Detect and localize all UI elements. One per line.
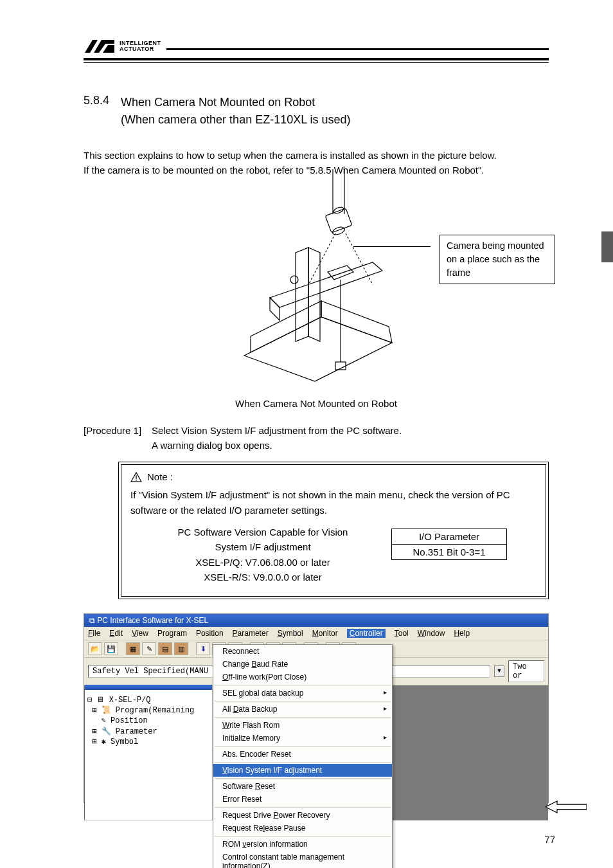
menu-item[interactable]: Symbol [278, 629, 303, 638]
workspace-canvas: ReconnectChange Baud RateOff-line work(P… [213, 685, 548, 820]
tree-item[interactable]: ⊞ ✱ Symbol [87, 737, 209, 747]
pointer-arrow-icon [546, 800, 587, 814]
io-param-header: I/O Parameter [392, 529, 506, 545]
section-heading: 5.8.4 When Camera Not Mounted on Robot (… [84, 94, 549, 129]
menu-item[interactable]: Parameter [233, 629, 269, 638]
context-menu-item[interactable]: Write Flash Rom [213, 719, 392, 732]
tree-item[interactable]: ⊞ 🔧 Parameter [87, 727, 209, 737]
note-left-column: PC Software Version Capable for Vision S… [160, 525, 366, 584]
menu-separator [215, 701, 391, 701]
toolbar-down-blue-icon[interactable]: ⬇ [196, 642, 210, 655]
header-logo-row: INTELLIGENT ACTUATOR [84, 39, 549, 54]
robot-diagram [225, 169, 456, 394]
note-left-l2: XSEL-R/S: V9.0.0.0 or later [160, 570, 366, 584]
svg-point-20 [290, 276, 298, 284]
context-menu-item[interactable]: ROM version information [213, 838, 392, 851]
status-field-right[interactable]: Two or [508, 660, 544, 682]
menu-item[interactable]: View [132, 629, 148, 638]
menu-item[interactable]: Position [196, 629, 224, 638]
menu-item[interactable]: Monitor [312, 629, 338, 638]
svg-marker-14 [308, 248, 320, 341]
menu-item[interactable]: Program [157, 629, 187, 638]
tree-header-bar [85, 685, 212, 690]
tree-item[interactable]: ⊞ 📜 Program(Remaining [87, 705, 209, 716]
svg-marker-9 [251, 301, 321, 352]
context-menu-item[interactable]: Error Reset [213, 793, 392, 806]
menu-item[interactable]: Help [454, 629, 470, 638]
procedure-text: Select Vision System I/F adjustment from… [152, 423, 402, 453]
procedure-label: [Procedure 1] [84, 423, 141, 453]
toolbar-btn[interactable]: ▤ [158, 642, 172, 655]
svg-marker-12 [270, 298, 280, 320]
section-title: When Camera Not Mounted on Robot (When c… [121, 94, 351, 129]
toolbar-btn[interactable]: ▥ [174, 642, 188, 655]
toolbar-edit-icon[interactable]: ✎ [142, 642, 156, 655]
context-menu-item[interactable]: Change Baud Rate [213, 658, 392, 671]
menu-separator [215, 778, 391, 779]
controller-dropdown-menu[interactable]: ReconnectChange Baud RateOff-line work(P… [213, 644, 393, 868]
menu-item[interactable]: Window [418, 629, 445, 638]
procedure-block: [Procedure 1] Select Vision System I/F a… [84, 423, 549, 453]
brand-line2: ACTUATOR [120, 46, 161, 52]
svg-point-23 [136, 479, 137, 480]
note-title-row: Note : [130, 471, 537, 482]
window-title: PC Interface Software for X-SEL [97, 616, 208, 625]
software-screenshot: ⧉ PC Interface Software for X-SEL FileEd… [84, 613, 549, 803]
tree-panel[interactable]: ⊟ 🖥 X-SEL-P/Q ⊞ 📜 Program(Remaining ✎ Po… [84, 685, 213, 820]
context-menu-item[interactable]: Reconnect [213, 645, 392, 658]
tree-root[interactable]: ⊟ 🖥 X-SEL-P/Q [87, 695, 209, 705]
menu-item[interactable]: Edit [109, 629, 123, 638]
io-param-value: No.351 Bit 0-3=1 [392, 545, 506, 559]
app-icon: ⧉ [89, 616, 95, 625]
page-number: 77 [544, 834, 555, 845]
note-title-text: Note : [147, 471, 173, 482]
context-menu-item[interactable]: Request Drive Power Recovery [213, 809, 392, 822]
svg-line-18 [308, 233, 335, 285]
procedure-line2: A warning dialog box opens. [152, 438, 402, 453]
note-left-h1: PC Software Version Capable for Vision [160, 525, 366, 539]
header-rule-inline [166, 48, 549, 50]
menu-separator [215, 836, 391, 836]
context-menu-item[interactable]: Vision System I/F adjustment [213, 764, 392, 777]
io-parameter-box: I/O Parameter No.351 Bit 0-3=1 [391, 529, 507, 560]
context-menu-item[interactable]: Request Release Pause [213, 822, 392, 835]
brand-text: INTELLIGENT ACTUATOR [120, 41, 161, 52]
note-right-column: I/O Parameter No.351 Bit 0-3=1 [391, 529, 507, 560]
window-titlebar: ⧉ PC Interface Software for X-SEL [84, 614, 548, 627]
brand-logo-icon [84, 39, 116, 54]
context-menu-item[interactable]: Control constant table management inform… [213, 851, 392, 868]
context-menu-item[interactable]: All Data Backup [213, 703, 392, 716]
context-menu-item[interactable]: Off-line work(Port Close) [213, 671, 392, 683]
header-rule-thin [84, 62, 549, 63]
context-menu-item[interactable]: Software Reset [213, 780, 392, 793]
menu-item[interactable]: Controller [347, 629, 386, 638]
note-left-l1: XSEL-P/Q: V7.06.08.00 or later [160, 555, 366, 570]
menu-item[interactable]: File [88, 629, 100, 638]
toolbar-btn[interactable]: ▦ [126, 642, 140, 655]
toolbar-save-icon[interactable]: 💾 [104, 642, 118, 655]
context-menu-item[interactable]: Abs. Encoder Reset [213, 748, 392, 761]
procedure-line1: Select Vision System I/F adjustment from… [152, 423, 402, 438]
callout-leader-line [353, 246, 431, 247]
menu-bar[interactable]: FileEditViewProgramPositionParameterSymb… [84, 627, 548, 640]
svg-rect-5 [325, 208, 352, 233]
svg-line-19 [346, 233, 373, 285]
toolbar-open-icon[interactable]: 📂 [88, 642, 102, 655]
page-side-tab [601, 231, 613, 262]
note-body-text: If "Vision System I/F adjustment" is not… [130, 487, 537, 518]
svg-point-6 [332, 225, 346, 235]
svg-marker-15 [328, 266, 353, 280]
menu-item[interactable]: Tool [395, 629, 409, 638]
warning-icon [130, 472, 142, 482]
dropdown-icon[interactable]: ▼ [494, 665, 504, 677]
context-menu-item[interactable]: SEL global data backup [213, 687, 392, 700]
header-rule-thick [84, 58, 549, 60]
section-number: 5.8.4 [84, 94, 109, 129]
intro-line1: This section explains to how to setup wh… [84, 148, 549, 163]
svg-point-7 [333, 206, 344, 214]
menu-separator [215, 685, 391, 685]
tree-item[interactable]: ✎ Position [87, 716, 209, 726]
svg-marker-24 [546, 801, 587, 813]
context-menu-item[interactable]: Initialize Memory [213, 732, 392, 745]
svg-marker-2 [103, 45, 114, 53]
